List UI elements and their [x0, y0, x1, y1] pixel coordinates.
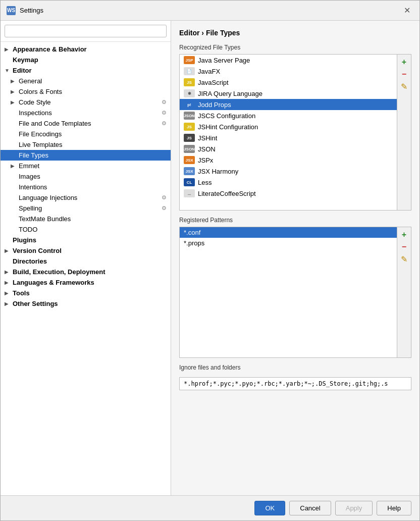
sidebar-item-plugins[interactable]: Plugins: [1, 235, 171, 245]
file-type-item[interactable]: JSJSHint: [180, 132, 397, 143]
file-type-item[interactable]: CLLess: [180, 177, 397, 188]
sidebar-item-label-spelling: Spelling: [19, 204, 42, 212]
sidebar-item-label-version-control: Version Control: [13, 247, 62, 254]
add-pattern-button[interactable]: +: [399, 229, 410, 240]
sidebar-item-tools[interactable]: ▶Tools: [1, 288, 171, 298]
sidebar-item-code-style[interactable]: ▶Code Style⚙: [1, 97, 171, 108]
sidebar-item-file-and-code-templates[interactable]: File and Code Templates⚙: [1, 118, 171, 129]
sidebar-item-textmate-bundles[interactable]: TextMate Bundles: [1, 214, 171, 224]
bottom-bar: OK Cancel Apply Help: [1, 495, 419, 520]
apply-button[interactable]: Apply: [335, 501, 373, 515]
file-type-item[interactable]: JSPJava Server Page: [180, 55, 397, 66]
recognized-title: Recognized File Types: [179, 44, 411, 51]
file-type-label: Less: [198, 179, 212, 186]
sidebar-item-keymap[interactable]: Keymap: [1, 55, 171, 65]
edit-pattern-button[interactable]: ✎: [399, 253, 410, 265]
ignore-title: Ignore files and folders: [179, 364, 411, 371]
sidebar-item-emmet[interactable]: ▶Emmet: [1, 161, 171, 171]
ignore-input[interactable]: [179, 377, 411, 390]
registered-title: Registered Patterns: [179, 217, 411, 224]
other-settings-arrow-icon: ▶: [5, 301, 11, 306]
file-type-icon: JSX: [184, 156, 195, 164]
sidebar-item-label-editor: Editor: [13, 67, 32, 74]
sidebar-item-label-language-injections: Language Injections: [19, 194, 77, 201]
file-types-panel: JSPJava Server Page📄JavaFXJSJavaScript✱J…: [179, 54, 411, 211]
build-execution-arrow-icon: ▶: [5, 269, 11, 275]
file-type-item[interactable]: ...LiterateCoffeeScript: [180, 188, 397, 199]
pattern-item[interactable]: *.props: [180, 238, 397, 248]
sidebar-item-directories[interactable]: Directories: [1, 256, 171, 267]
sidebar-item-label-images: Images: [19, 173, 40, 180]
sidebar-item-file-types[interactable]: File Types: [1, 150, 171, 161]
sidebar-item-editor[interactable]: ▼Editor: [1, 65, 171, 76]
sidebar-item-todo[interactable]: TODO: [1, 224, 171, 235]
patterns-list[interactable]: *.conf*.props: [180, 227, 397, 357]
file-type-icon: JSON: [184, 145, 195, 153]
file-type-label: JSON: [198, 145, 216, 153]
file-type-icon: JSON: [184, 112, 195, 120]
file-and-code-templates-settings-icon: ⚙: [162, 120, 167, 127]
sidebar-item-language-injections[interactable]: Language Injections⚙: [1, 192, 171, 203]
file-type-item[interactable]: ✱JIRA Query Language: [180, 88, 397, 99]
file-type-item[interactable]: JSXJSPx: [180, 154, 397, 166]
file-type-label: JSPx: [198, 157, 213, 164]
file-type-icon: JS: [184, 134, 195, 142]
file-types-list[interactable]: JSPJava Server Page📄JavaFXJSJavaScript✱J…: [180, 55, 397, 210]
close-button[interactable]: ✕: [401, 5, 413, 16]
sidebar-tree: ▶Appearance & BehaviorKeymap▼Editor▶Gene…: [1, 42, 171, 495]
file-type-label: JSHint: [198, 134, 217, 142]
language-injections-settings-icon: ⚙: [162, 194, 167, 201]
sidebar-item-intentions[interactable]: Intentions: [1, 182, 171, 192]
cancel-button[interactable]: Cancel: [289, 501, 331, 515]
file-type-label: JSHint Configuration: [198, 123, 258, 131]
sidebar-item-languages-frameworks[interactable]: ▶Languages & Frameworks: [1, 277, 171, 288]
remove-pattern-button[interactable]: −: [399, 241, 410, 252]
search-box: [1, 21, 171, 42]
breadcrumb: Editor › File Types: [179, 29, 411, 37]
file-type-label: JavaScript: [198, 79, 229, 86]
sidebar-item-build-execution[interactable]: ▶Build, Execution, Deployment: [1, 267, 171, 277]
sidebar-item-label-plugins: Plugins: [13, 236, 36, 244]
file-type-item[interactable]: p!Jodd Props: [180, 99, 397, 110]
settings-dialog: WS Settings ✕ ▶Appearance & BehaviorKeym…: [0, 0, 420, 521]
sidebar-item-version-control[interactable]: ▶Version Control: [1, 245, 171, 256]
sidebar-item-general[interactable]: ▶General: [1, 76, 171, 86]
sidebar-item-inspections[interactable]: Inspections⚙: [1, 108, 171, 118]
file-type-icon: 📄: [184, 67, 195, 75]
sidebar-item-colors-fonts[interactable]: ▶Colors & Fonts: [1, 86, 171, 97]
sidebar-item-spelling[interactable]: Spelling⚙: [1, 203, 171, 214]
sidebar-item-label-code-style: Code Style: [19, 98, 51, 106]
pattern-item[interactable]: *.conf: [180, 227, 397, 238]
ok-button[interactable]: OK: [254, 501, 285, 515]
remove-file-type-button[interactable]: −: [399, 69, 410, 80]
sidebar-item-label-directories: Directories: [13, 257, 47, 265]
emmet-arrow-icon: ▶: [11, 163, 17, 169]
sidebar-item-images[interactable]: Images: [1, 171, 171, 182]
file-type-icon: ✱: [184, 89, 195, 97]
sidebar-item-live-templates[interactable]: Live Templates: [1, 139, 171, 150]
sidebar-item-label-build-execution: Build, Execution, Deployment: [13, 268, 105, 276]
file-type-label: JIRA Query Language: [198, 90, 262, 97]
file-type-item[interactable]: JSONJSON: [180, 143, 397, 154]
file-type-icon: JSP: [184, 56, 195, 64]
file-types-toolbar: + − ✎: [397, 55, 411, 210]
sidebar-item-appearance[interactable]: ▶Appearance & Behavior: [1, 44, 171, 55]
search-input[interactable]: [5, 25, 167, 37]
patterns-panel: *.conf*.props + − ✎: [179, 227, 411, 358]
code-style-arrow-icon: ▶: [11, 99, 17, 105]
edit-file-type-button[interactable]: ✎: [399, 81, 410, 92]
file-type-item[interactable]: 📄JavaFX: [180, 66, 397, 77]
ignore-section: Ignore files and folders: [179, 364, 411, 390]
sidebar-item-file-encodings[interactable]: File Encodings: [1, 129, 171, 139]
help-button[interactable]: Help: [377, 501, 411, 515]
add-file-type-button[interactable]: +: [399, 57, 410, 68]
title-bar: WS Settings ✕: [1, 1, 419, 21]
sidebar-item-other-settings[interactable]: ▶Other Settings: [1, 298, 171, 309]
file-type-item[interactable]: JSXJSX Harmony: [180, 166, 397, 177]
sidebar-item-label-inspections: Inspections: [19, 109, 52, 117]
file-type-item[interactable]: JSONJSCS Configuration: [180, 110, 397, 121]
file-type-item[interactable]: JSJSHint Configuration: [180, 121, 397, 132]
file-type-item[interactable]: JSJavaScript: [180, 77, 397, 88]
sidebar-item-label-live-templates: Live Templates: [19, 141, 62, 148]
tools-arrow-icon: ▶: [5, 290, 11, 296]
